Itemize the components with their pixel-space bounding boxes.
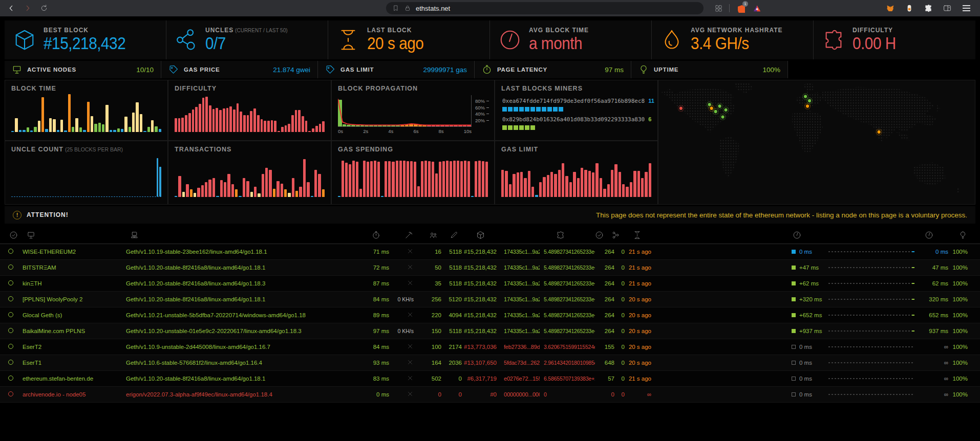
bar [102, 124, 104, 132]
bar-slot [79, 94, 82, 132]
bar-slot [547, 155, 549, 197]
y-axis: 80%60%40%20% [472, 95, 490, 127]
bar-slot [99, 155, 101, 196]
share-icon [175, 28, 198, 52]
latency: 84 ms [339, 344, 389, 350]
column-avg-propagation-gauge-icon [925, 231, 933, 239]
propagation-history [828, 267, 922, 268]
bar [219, 110, 222, 132]
propagation-square [792, 377, 796, 381]
continent-shape [913, 162, 945, 186]
metamask-icon[interactable] [885, 3, 896, 14]
bar-slot [120, 155, 122, 196]
propagation-time-text: 0 ms [799, 249, 812, 255]
status-indicator [8, 391, 13, 396]
latency: 93 ms [339, 360, 389, 366]
bar-slot [478, 155, 481, 197]
bar-slot [345, 155, 348, 197]
bar-series [495, 155, 657, 197]
panel-last-blocks-miners: LAST BLOCKS MINERS0xea674fdde714fd979de3… [495, 80, 658, 141]
bar-slot [159, 155, 161, 196]
bar-slot [78, 155, 80, 196]
bar [539, 182, 542, 197]
status-cell [0, 344, 23, 350]
extensions-puzzle-icon[interactable] [923, 3, 934, 14]
bar [592, 172, 594, 197]
column-status-check-circle-icon [9, 231, 18, 239]
bar [501, 170, 504, 197]
bar [392, 162, 394, 197]
bar [528, 171, 530, 197]
node-type: erigon/v2022.07.3-alpha-af9f49ec/linux-a… [126, 391, 339, 398]
bar [471, 196, 474, 197]
bar-slot [68, 94, 71, 132]
bar [216, 108, 218, 132]
propagation-time: +937 ms [792, 328, 828, 334]
bar [550, 172, 553, 197]
tab-groups-icon[interactable] [713, 3, 724, 14]
table-row: [PPLNS] WoolyPooly 2Geth/v1.10.20-stable… [0, 292, 980, 307]
bar [182, 192, 185, 197]
bar-slot [611, 155, 613, 197]
bookmark-icon[interactable] [392, 5, 399, 12]
bar [308, 131, 311, 132]
bar [442, 161, 445, 197]
stat-value: a month [529, 34, 589, 53]
block-hash: 174335c1...9a228ba7 [497, 249, 540, 255]
bar-slot [60, 155, 62, 196]
avg-propagation: ∞ [922, 376, 948, 382]
bar-slot [464, 155, 466, 197]
bar [250, 111, 252, 132]
stat-label: PAGE LATENCY [497, 67, 547, 73]
menu-icon[interactable] [961, 3, 972, 14]
bar-slot [626, 155, 628, 197]
back-button[interactable] [5, 2, 17, 14]
pending-txs: 0 [441, 391, 462, 398]
mining-status [389, 248, 419, 256]
status-indicator [8, 360, 13, 365]
extension-pill-icon[interactable] [904, 3, 915, 14]
url-bar[interactable]: ethstats.net [386, 2, 704, 14]
bar-slot [269, 155, 271, 197]
charts-grid: BLOCK TIME DIFFICULTY BLOCK PROPAGATION8… [5, 80, 975, 205]
avg-propagation: 937 ms [922, 328, 948, 334]
bar [34, 127, 36, 132]
block-number: #0 [462, 391, 497, 398]
block-square [502, 125, 507, 130]
bar-slot [144, 155, 146, 196]
bar-slot [428, 155, 431, 197]
bar [603, 189, 606, 197]
continent-shape [792, 111, 823, 152]
block-number: #15,218,432 [462, 249, 497, 255]
uptime: 100% [948, 344, 976, 350]
bar [414, 162, 416, 197]
miner-entry: 0x829bd824b016326a401d083b33d092293333a8… [495, 113, 657, 131]
table-body: WISE-ETHEREUM2Geth/v1.10.19-stable-23bee… [0, 244, 980, 403]
bar-slot [87, 94, 90, 132]
propagation-square [792, 345, 796, 349]
stat-value-text: #15,218,432 [44, 34, 125, 53]
forward-button[interactable] [22, 2, 34, 14]
bar [299, 187, 302, 197]
block-square [525, 125, 529, 130]
sidebar-wallet-icon[interactable] [942, 3, 953, 14]
column-last-block-time-hourglass-icon [633, 231, 642, 239]
bar [374, 161, 376, 197]
peers-count: 502 [419, 376, 441, 382]
bar-slot [273, 155, 275, 197]
bar [269, 170, 271, 197]
bar [569, 182, 572, 197]
block-number: #15,218,432 [462, 264, 497, 271]
mining-status [389, 279, 419, 288]
propagation-area [338, 95, 472, 127]
bar [205, 182, 207, 197]
status-indicator [8, 249, 13, 254]
reload-button[interactable] [38, 2, 50, 14]
bar-slot [155, 94, 157, 132]
brave-shield-icon[interactable]: 1 [735, 3, 746, 14]
avg-propagation: 0 ms [922, 249, 948, 255]
bat-rewards-icon[interactable] [751, 3, 762, 14]
block-square [553, 107, 558, 112]
node-dot-orange [878, 130, 881, 134]
bar [231, 184, 234, 197]
